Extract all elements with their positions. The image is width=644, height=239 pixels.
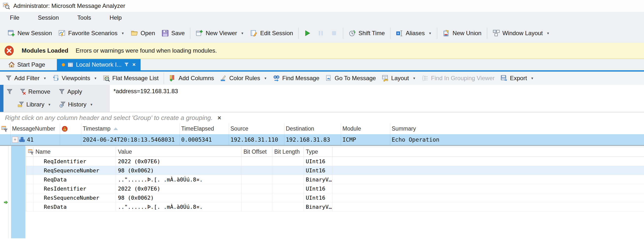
chevron-down-icon: ▼ — [412, 76, 416, 80]
detail-column-name[interactable]: Name — [34, 147, 116, 157]
window-layout-button[interactable]: Window Layout ▼ — [490, 26, 553, 40]
chevron-down-icon: ▼ — [43, 76, 46, 80]
open-button[interactable]: Open — [128, 26, 158, 40]
column-header-summary[interactable]: Summary — [390, 123, 644, 134]
toolbar-separator — [164, 72, 164, 84]
active-tab-label: Local Network I... — [76, 61, 121, 68]
field-value: 98 (0x0062) — [116, 166, 242, 175]
filter-history-icon — [59, 101, 66, 108]
message-grid-header: MessageNumber Timestamp TimeElapsed Sour… — [0, 123, 644, 134]
close-tab-icon[interactable]: × — [132, 61, 136, 68]
add-columns-button[interactable]: Add Columns — [166, 72, 217, 84]
flat-message-list-icon — [103, 75, 110, 82]
shift-time-icon — [348, 29, 356, 37]
go-to-message-button[interactable]: Go To Message — [322, 72, 379, 84]
shift-time-button[interactable]: Shift Time — [346, 26, 388, 40]
viewpoints-button[interactable]: Viewpoints ▼ — [50, 72, 100, 84]
viewpoints-icon — [52, 75, 59, 82]
new-viewer-icon — [196, 29, 203, 37]
detail-column-bitlength[interactable]: Bit Length — [272, 147, 304, 157]
toolbar-separator — [390, 27, 390, 39]
add-filter-button[interactable]: Add Filter ▼ — [2, 72, 50, 84]
find-message-button[interactable]: Find Message — [270, 72, 322, 84]
detail-column-value[interactable]: Value — [116, 147, 242, 157]
detail-corner-cell[interactable] — [26, 147, 34, 157]
layout-button[interactable]: Layout ▼ — [379, 72, 419, 84]
filter-history-button[interactable]: History ▼ — [59, 101, 93, 108]
field-value: 2022 (0x07E6) — [116, 184, 242, 193]
field-bit-length — [272, 166, 304, 175]
save-button[interactable]: Save — [158, 26, 188, 40]
start-page-tab-label: Start Page — [17, 61, 45, 68]
new-union-button[interactable]: New Union — [440, 26, 484, 40]
field-name: ResSequenceNumber — [34, 193, 116, 202]
filter-library-button[interactable]: Library ▼ — [18, 101, 51, 108]
detail-row-reqsequencenumber[interactable]: ReqSequenceNumber 98 (0x0062) UInt16 — [26, 166, 644, 175]
remove-filter-label: Remove — [28, 88, 50, 95]
edit-session-button[interactable]: Edit Session — [247, 26, 296, 40]
column-header-diagnosis[interactable] — [60, 123, 81, 134]
aliases-button[interactable]: Aliases ▼ — [393, 26, 435, 40]
column-header-timestamp[interactable]: Timestamp — [81, 123, 180, 134]
column-header-module[interactable]: Module — [341, 123, 390, 134]
detail-row-ressequencenumber[interactable]: ResSequenceNumber 98 (0x0062) UInt16 — [26, 193, 644, 202]
field-bit-offset — [242, 193, 272, 202]
flat-message-list-button[interactable]: Flat Message List — [100, 72, 162, 84]
detail-column-type[interactable]: Type — [304, 147, 332, 157]
tab-local-network-interfaces[interactable]: Local Network I... × — [57, 59, 140, 70]
start-capture-button[interactable] — [301, 26, 314, 40]
tab-start-page[interactable]: Start Page — [4, 59, 50, 70]
detail-column-bitoffset[interactable]: Bit Offset — [242, 147, 272, 157]
field-bit-length — [272, 157, 304, 166]
column-header-messagenumber[interactable]: MessageNumber — [10, 123, 60, 134]
edit-session-icon — [250, 29, 258, 37]
message-detail-area: Name Value Bit Offset Bit Length Type Re… — [0, 146, 644, 238]
filter-expression-input[interactable]: *address=192.168.31.83 — [109, 85, 644, 112]
hint-close-icon[interactable]: × — [218, 114, 221, 121]
field-bit-length — [272, 202, 304, 212]
favorite-scenarios-icon — [58, 29, 66, 37]
menu-help[interactable]: Help — [110, 14, 122, 21]
color-rules-button[interactable]: Color Rules ▼ — [217, 72, 270, 84]
main-toolbar: New Session Favorite Scenarios ▼ Open Sa… — [0, 24, 644, 43]
shift-time-label: Shift Time — [358, 30, 385, 37]
favorite-scenarios-button[interactable]: Favorite Scenarios ▼ — [55, 26, 128, 40]
field-name: ResIdentifier — [34, 184, 116, 193]
go-to-message-icon — [325, 75, 332, 82]
row-expander-button[interactable]: + — [12, 137, 18, 143]
chevron-down-icon: ▼ — [531, 76, 534, 80]
message-number-cell: + 41 — [10, 134, 60, 145]
column-header-timeelapsed[interactable]: TimeElapsed — [180, 123, 229, 134]
find-in-grouping-viewer-button: Find In Grouping Viewer — [419, 72, 498, 84]
color-rules-label: Color Rules — [229, 75, 260, 82]
gutter-divider — [8, 146, 8, 238]
stop-capture-button — [328, 26, 341, 40]
detail-row-residentifier[interactable]: ResIdentifier 2022 (0x07E6) UInt16 — [26, 184, 644, 193]
detail-row-reqidentifier[interactable]: ReqIdentifier 2022 (0x07E6) UInt16 — [26, 157, 644, 166]
field-bit-offset — [242, 175, 272, 184]
grouping-hint-bar: Right click on any column header and sel… — [0, 112, 644, 123]
column-header-source[interactable]: Source — [229, 123, 284, 134]
apply-filter-button[interactable]: Apply — [58, 88, 82, 95]
column-header-destination[interactable]: Destination — [284, 123, 341, 134]
new-union-label: New Union — [452, 30, 481, 37]
export-button[interactable]: Export ▼ — [498, 72, 537, 84]
stop-icon — [330, 30, 338, 37]
modules-warning-banner: Modules Loaded Errors or warnings were f… — [0, 43, 644, 59]
new-session-button[interactable]: New Session — [4, 26, 55, 40]
menu-tools[interactable]: Tools — [77, 14, 91, 21]
new-viewer-button[interactable]: New Viewer ▼ — [192, 26, 247, 40]
menu-file[interactable]: File — [10, 14, 20, 21]
timeelapsed-cell: 0.0005341 — [180, 134, 229, 145]
filter-panel: Remove Apply Library ▼ History ▼ — [0, 85, 644, 112]
menu-session[interactable]: Session — [38, 14, 59, 21]
expanded-row-band — [11, 146, 25, 238]
detail-row-reqdata[interactable]: ReqData .."......Þ.[. .mÀ.à0Úú.8¤. Binar… — [26, 175, 644, 184]
field-bit-offset — [242, 166, 272, 175]
detail-grid: Name Value Bit Offset Bit Length Type Re… — [26, 147, 644, 212]
field-value: 98 (0x0062) — [116, 193, 242, 202]
grid-corner-cell[interactable] — [0, 123, 10, 134]
message-row-selected[interactable]: + 41 2024-06-24T20:18:13.5468031 0.00053… — [0, 134, 644, 146]
detail-row-resdata[interactable]: ResData .."......Þ.[. .mÀ.à0Úú.8¤. Binar… — [26, 202, 644, 212]
remove-filter-button[interactable]: Remove — [20, 88, 50, 95]
